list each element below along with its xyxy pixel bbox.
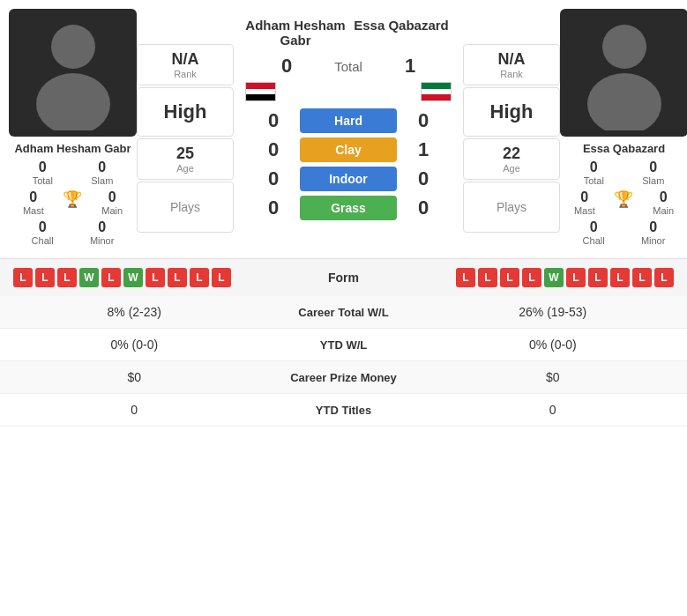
hard-surface-btn[interactable]: Hard xyxy=(300,108,397,133)
right-plays-label: Plays xyxy=(464,200,559,214)
right-trophy-icon-container: 🏆 xyxy=(614,189,633,216)
left-mast-stat: 0 Mast xyxy=(23,189,44,216)
left-age-label: Age xyxy=(138,163,233,174)
left-stat-row-3: 0 Chall 0 Minor xyxy=(13,219,132,246)
right-main-value: 0 xyxy=(660,189,668,205)
right-total-value: 0 xyxy=(590,160,598,175)
hard-right-score: 0 xyxy=(410,109,437,132)
left-main-stat: 0 Main xyxy=(101,189,123,216)
titles-label: YTD Titles xyxy=(256,404,432,417)
left-plays-label: Plays xyxy=(138,200,233,214)
left-main-value: 0 xyxy=(108,189,116,205)
left-stat-row-1: 0 Total 0 Slam xyxy=(13,160,132,186)
right-form-badge-7: L xyxy=(588,268,608,287)
left-plays-box: Plays xyxy=(137,182,234,233)
left-stat-row-2: 0 Mast 🏆 0 Main xyxy=(13,189,132,216)
right-form-badge-2: L xyxy=(478,268,497,287)
left-player-card: Adham Hesham Gabr 0 Total 0 Slam 0 Mast xyxy=(9,9,137,249)
left-trophy-icon-container: 🏆 xyxy=(63,189,82,216)
right-age-label: Age xyxy=(464,163,559,174)
left-chall-stat: 0 Chall xyxy=(32,219,54,246)
right-rank-label: Rank xyxy=(464,69,559,79)
prize-label: Career Prize Money xyxy=(256,371,432,384)
clay-surface-btn[interactable]: Clay xyxy=(300,137,397,162)
left-minor-stat: 0 Minor xyxy=(90,219,115,246)
ytd-wl-label: YTD W/L xyxy=(256,338,432,352)
right-flag-container xyxy=(421,82,452,101)
right-mast-label: Mast xyxy=(574,205,595,216)
left-middle-panel: N/A Rank High 25 Age Plays xyxy=(137,9,234,233)
left-form-badge-9: L xyxy=(190,268,209,287)
right-rank-box: N/A Rank xyxy=(463,44,560,85)
svg-point-1 xyxy=(36,73,110,130)
stats-table: 8% (2-23) Career Total W/L 26% (19-53) 0… xyxy=(0,296,687,427)
left-age-box: 25 Age xyxy=(137,138,234,180)
left-slam-value: 0 xyxy=(98,160,106,175)
right-minor-label: Minor xyxy=(641,235,666,246)
left-ytd-wl: 0% (0-0) xyxy=(13,338,256,352)
grass-surface-row: 0 Grass 0 xyxy=(234,196,463,220)
left-minor-label: Minor xyxy=(90,235,115,246)
ytd-wl-row: 0% (0-0) YTD W/L 0% (0-0) xyxy=(0,329,687,361)
hard-surface-row: 0 Hard 0 xyxy=(234,108,463,133)
left-rank-box: N/A Rank xyxy=(137,44,234,85)
left-mast-label: Mast xyxy=(23,205,44,216)
left-slam-label: Slam xyxy=(91,175,113,186)
right-middle-panel: N/A Rank High 22 Age Plays xyxy=(463,9,560,233)
clay-right-score: 1 xyxy=(410,138,437,161)
left-rank-value: N/A xyxy=(138,50,233,69)
grass-right-score: 0 xyxy=(410,197,437,219)
form-label: Form xyxy=(328,271,359,285)
left-chall-value: 0 xyxy=(39,219,47,235)
titles-row: 0 YTD Titles 0 xyxy=(0,394,687,427)
career-wl-row: 8% (2-23) Career Total W/L 26% (19-53) xyxy=(0,296,687,329)
left-slam-stat: 0 Slam xyxy=(91,160,113,186)
left-form-badge-3: L xyxy=(57,268,77,287)
kuwait-flag-inner xyxy=(422,83,451,100)
right-high-value: High xyxy=(464,100,559,123)
right-high-box: High xyxy=(463,87,560,137)
left-rank-label: Rank xyxy=(138,69,233,79)
form-row: L L L W L W L L L L Form L L L L W L L L xyxy=(13,268,674,287)
right-age-box: 22 Age xyxy=(463,138,560,180)
right-form-badge-9: L xyxy=(632,268,652,287)
indoor-surface-row: 0 Indoor 0 xyxy=(234,167,463,191)
right-main-label: Main xyxy=(653,205,674,216)
right-minor-value: 0 xyxy=(649,219,657,235)
left-form-badge-1: L xyxy=(13,268,33,287)
main-container: Adham Hesham Gabr 0 Total 0 Slam 0 Mast xyxy=(0,0,687,427)
right-mast-stat: 0 Mast xyxy=(574,189,595,216)
left-form-badge-7: L xyxy=(146,268,165,287)
left-prize: $0 xyxy=(13,370,256,384)
right-form-badges: L L L L W L L L L L xyxy=(456,268,674,287)
right-total-label: Total xyxy=(584,175,604,186)
right-player-card: Essa Qabazard 0 Total 0 Slam 0 Mast xyxy=(560,9,687,249)
right-minor-stat: 0 Minor xyxy=(641,219,666,246)
kuwait-flag xyxy=(421,82,452,101)
clay-left-score: 0 xyxy=(260,138,287,161)
left-minor-value: 0 xyxy=(98,219,106,235)
right-prize: $0 xyxy=(432,370,675,384)
center-right-name: Essa Qabazard xyxy=(348,18,454,48)
right-player-name: Essa Qabazard xyxy=(583,142,665,155)
left-player-name: Adham Hesham Gabr xyxy=(14,142,131,155)
total-label: Total xyxy=(313,59,384,74)
svg-point-2 xyxy=(602,25,646,69)
right-plays-box: Plays xyxy=(463,182,560,233)
left-player-avatar xyxy=(9,9,137,137)
center-section: Adham Hesham Gabr Essa Qabazard 0 Total … xyxy=(234,9,463,225)
right-stat-row-3: 0 Chall 0 Minor xyxy=(564,219,683,246)
left-chall-label: Chall xyxy=(32,235,54,246)
right-chall-value: 0 xyxy=(590,219,598,235)
right-player-stats: 0 Total 0 Slam 0 Mast 🏆 xyxy=(560,160,687,249)
left-form-badge-10: L xyxy=(212,268,231,287)
right-form-badge-6: L xyxy=(566,268,586,287)
indoor-surface-btn[interactable]: Indoor xyxy=(300,167,397,191)
grass-surface-btn[interactable]: Grass xyxy=(300,196,397,220)
center-left-name: Adham Hesham Gabr xyxy=(243,18,348,48)
left-total-stat: 0 Total xyxy=(33,160,53,186)
left-titles: 0 xyxy=(13,403,256,417)
form-section: L L L W L W L L L L Form L L L L W L L L xyxy=(0,258,687,296)
indoor-right-score: 0 xyxy=(410,167,437,190)
prize-row: $0 Career Prize Money $0 xyxy=(0,361,687,394)
